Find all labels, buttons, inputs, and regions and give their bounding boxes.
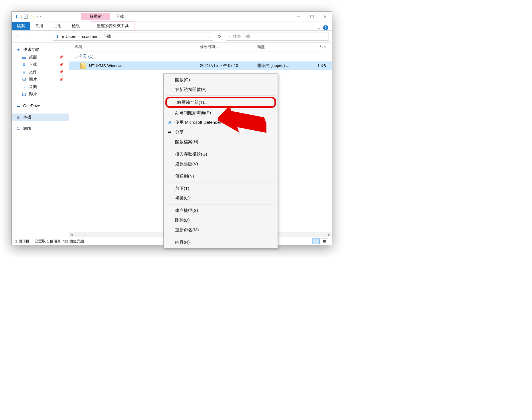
column-date[interactable]: 修改日期 ⌄ [200,44,257,49]
sidebar-item-documents[interactable]: 🗎 文件📌 [12,68,69,76]
sidebar-item-videos[interactable]: 🎞 影片 [12,91,69,98]
network-icon: 🖧 [16,126,21,131]
refresh-button[interactable]: ⟳ [215,33,224,41]
maximize-button[interactable]: ☐ [305,12,319,21]
tab-home[interactable]: 常用 [30,22,48,30]
ctx-grant-access[interactable]: 授與存取權給(G) 〉 [164,149,278,159]
view-switcher: ☰ ▦ [312,238,328,244]
file-type: 壓縮的 (zipped) ... [257,63,303,68]
ctx-cut[interactable]: 剪下(T) [164,184,278,193]
desktop-icon: ▬ [21,55,27,60]
sidebar-onedrive[interactable]: ☁ OneDrive [12,102,69,110]
contextual-tab-header: 解壓縮 [81,13,110,20]
column-size[interactable]: 大小 [303,44,326,49]
help-icon[interactable]: ? [323,25,328,30]
videos-icon: 🎞 [21,92,27,97]
status-selection: 已選取 1 個項目 711 個位元組 [35,239,84,244]
file-date: 2021/7/15 下午 07:10 [200,63,257,68]
pin-icon: 📌 [59,55,64,59]
share-icon: ➦ [167,129,172,136]
ctx-separator [166,170,275,170]
tab-file[interactable]: 檔案 [12,22,30,30]
quick-access-toolbar: ⬇ | ✓ 🗀 ▾ ▾ [12,14,44,19]
address-dropdown-icon[interactable]: ⌄ [205,35,211,38]
status-item-count: 1 個項目 [15,239,29,244]
close-button[interactable]: ✕ [319,12,332,21]
tab-share[interactable]: 共用 [48,22,67,30]
qat-dropdown-icon[interactable]: ▾ [36,15,38,18]
file-list-pane: 名稱 修改日期 ⌄ 類型 大小 ⌄今天 (1) NTUKMS-Windows 2… [69,43,332,237]
search-placeholder: 搜尋 下載 [233,34,250,39]
ctx-delete[interactable]: 刪除(D) [164,215,278,225]
ctx-separator [166,182,275,182]
sidebar-network[interactable]: 🖧 網路 [12,125,69,132]
window-controls: ─ ☐ ✕ [292,12,332,21]
annotation-arrow [218,100,266,143]
forward-button[interactable]: → [24,33,32,40]
navigation-bar: ← → ⌄ ↑ ⬇ « Users ccadmin 下載 ⌄ ⟳ ⌕ 搜尋 下載 [12,31,332,43]
minimize-button[interactable]: ─ [292,12,305,21]
onedrive-icon: ☁ [16,103,21,108]
ctx-create-shortcut[interactable]: 建立捷徑(S) [164,206,278,215]
ctx-separator [166,204,275,204]
zip-file-icon [80,63,86,69]
scroll-right-icon[interactable]: ▶ [327,233,332,236]
tab-view[interactable]: 檢視 [67,22,85,30]
pc-icon: 🖥 [16,115,21,120]
recent-locations-icon[interactable]: ⌄ [34,33,41,40]
pin-icon: 📌 [59,77,64,81]
details-view-button[interactable]: ☰ [312,238,320,244]
sidebar-item-pictures[interactable]: 🖼 圖片📌 [12,76,69,83]
sidebar-item-downloads[interactable]: ⬇ 下載📌 [12,61,69,68]
qat-checkbox-icon[interactable]: ✓ [24,15,28,19]
qat-overflow-icon[interactable]: ▾ [40,15,41,18]
ctx-open-new-window[interactable]: 在新視窗開啟(E) [164,85,278,94]
ctx-restore-previous[interactable]: 還原舊版(V) [164,159,278,169]
navigation-pane: ★ 快速存取 ▬ 桌面📌 ⬇ 下載📌 🗎 文件📌 🖼 圖片📌 [12,43,69,237]
back-button[interactable]: ← [15,33,22,40]
sidebar-quick-access[interactable]: ★ 快速存取 [12,46,69,53]
music-icon: ♪ [21,84,27,89]
svg-marker-0 [218,100,266,143]
sidebar-item-desktop[interactable]: ▬ 桌面📌 [12,53,69,61]
column-type[interactable]: 類型 [257,44,303,49]
location-icon: ⬇ [55,34,60,39]
ctx-rename[interactable]: 重新命名(M) [164,225,278,235]
file-explorer-window: ⬇ | ✓ 🗀 ▾ ▾ 解壓縮 下載 ─ ☐ ✕ 檔案 常用 共用 檢視 壓縮的… [11,11,332,245]
title-bar: ⬇ | ✓ 🗀 ▾ ▾ 解壓縮 下載 ─ ☐ ✕ [12,12,332,21]
thumbnails-view-button[interactable]: ▦ [321,238,328,244]
ctx-properties[interactable]: 內容(R) [164,237,278,247]
crumb-ccadmin[interactable]: ccadmin [82,34,101,39]
crumb-users[interactable]: Users [66,34,80,39]
window-title: 下載 [110,14,292,19]
ctx-copy[interactable]: 複製(C) [164,193,278,203]
up-button[interactable]: ↑ [44,34,51,39]
search-icon: ⌕ [228,34,231,39]
pin-icon: 📌 [59,63,64,67]
file-row[interactable]: NTUKMS-Windows 2021/7/15 下午 07:10 壓縮的 (z… [69,61,332,70]
shield-icon: ⛨ [167,119,172,126]
sidebar-item-music[interactable]: ♪ 音樂 [12,83,69,91]
ctx-open[interactable]: 開啟(O) [164,75,278,85]
tab-compressed-tools[interactable]: 壓縮的資料夾工具 [91,21,135,30]
ribbon-right: ⌄ ? [314,25,332,30]
ctx-send-to[interactable]: 傳送到(N) 〉 [164,171,278,181]
scroll-left-icon[interactable]: ◀ [69,233,74,236]
sidebar-this-pc[interactable]: 🖥 本機 [12,114,69,121]
ctx-separator [166,148,275,148]
group-today[interactable]: ⌄今天 (1) [69,51,332,61]
ribbon-collapse-icon[interactable]: ⌄ [318,26,320,30]
content-area: ★ 快速存取 ▬ 桌面📌 ⬇ 下載📌 🗎 文件📌 🖼 圖片📌 [12,43,332,237]
search-input[interactable]: ⌕ 搜尋 下載 [226,33,329,41]
column-name[interactable]: 名稱 [75,44,200,49]
submenu-arrow-icon: 〉 [270,173,274,179]
file-name: NTUKMS-Windows [89,63,200,68]
crumb-prefix: « [62,34,64,39]
download-icon: ⬇ [21,62,27,67]
address-bar[interactable]: ⬇ « Users ccadmin 下載 ⌄ [53,33,213,41]
crumb-downloads[interactable]: 下載 [103,34,111,39]
pictures-icon: 🖼 [21,77,27,82]
column-headers: 名稱 修改日期 ⌄ 類型 大小 [69,43,332,51]
folder-icon: 🗀 [29,14,35,19]
sort-indicator-icon: ⌄ [217,45,219,49]
